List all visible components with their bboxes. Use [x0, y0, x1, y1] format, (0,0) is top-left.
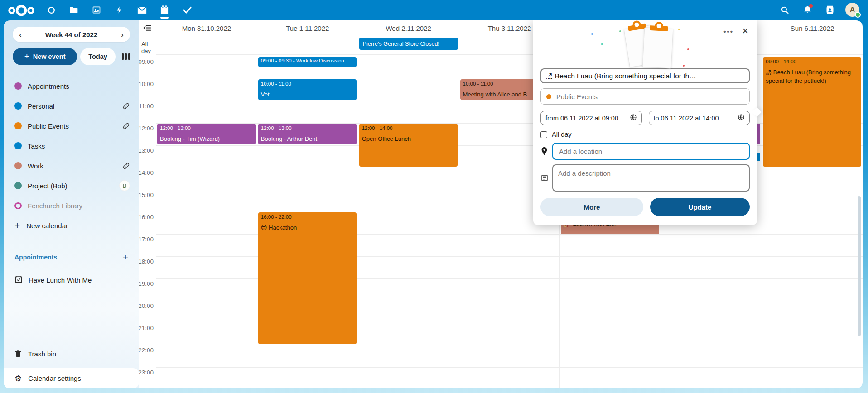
user-status-dot: [855, 12, 861, 18]
description-input[interactable]: Add a description: [552, 164, 750, 192]
end-datetime-value: to 06.11.2022 at 14:00: [654, 115, 738, 122]
appointment-item[interactable]: Have Lunch With Me: [4, 271, 139, 289]
event-title-value: 🏖 Beach Luau (Bring something special fo…: [546, 72, 696, 80]
more-actions-icon[interactable]: •••: [723, 28, 733, 35]
more-button[interactable]: More: [540, 198, 643, 216]
location-pin-icon: [540, 147, 548, 155]
end-datetime-input[interactable]: to 06.11.2022 at 14:00: [649, 111, 750, 125]
notification-badge: [809, 4, 813, 8]
tasks-icon[interactable]: [182, 5, 192, 15]
timezone-globe-icon[interactable]: [630, 114, 637, 122]
day-column[interactable]: 09:00 - 14:00🏖 Beach Luau (Bring somethi…: [762, 53, 863, 388]
scrollbar-thumb[interactable]: [858, 196, 861, 336]
allday-cell[interactable]: [156, 36, 257, 53]
event-time: 09:00 - 09:30 - Workflow Discussion: [261, 58, 354, 63]
time-label: 22:00: [139, 347, 154, 354]
time-label: 16:00: [139, 214, 154, 220]
contacts-icon[interactable]: [825, 5, 835, 15]
today-button[interactable]: Today: [80, 48, 116, 65]
appointments-heading: Appointments: [14, 254, 123, 261]
allday-label: All day: [141, 41, 156, 54]
share-link-icon[interactable]: [122, 122, 130, 130]
trash-bin-label: Trash bin: [28, 350, 56, 358]
start-datetime-value: from 06.11.2022 at 09:00: [545, 115, 630, 122]
update-button[interactable]: Update: [650, 198, 750, 216]
location-input[interactable]: Add a location: [552, 143, 750, 160]
add-appointment-config-button[interactable]: +: [123, 252, 128, 263]
event-time: 12:00 - 13:00: [160, 125, 253, 131]
sidebar-calendar-item[interactable]: Project (Bob)B: [4, 176, 139, 196]
calendar-event[interactable]: 09:00 - 14:00🏖 Beach Luau (Bring somethi…: [763, 57, 861, 167]
calendar-color-dot: [14, 102, 22, 110]
trash-bin-button[interactable]: Trash bin: [4, 345, 139, 363]
day-header[interactable]: Sun 6.11.2022: [762, 20, 863, 36]
event-time: 12:00 - 13:00: [261, 125, 354, 131]
share-link-icon[interactable]: [122, 162, 130, 170]
week-view-icon[interactable]: [122, 53, 130, 60]
sidebar-calendar-item[interactable]: Fenchurch Library: [4, 196, 139, 216]
day-column[interactable]: 09:00 - 09:30 - Workflow Discussion10:00…: [257, 53, 358, 388]
calendar-event[interactable]: 12:00 - 14:00Open Office Lunch: [359, 124, 458, 167]
time-label: 10:00: [139, 81, 154, 87]
time-label: 11:00: [139, 103, 154, 110]
calendar-settings-label: Calendar settings: [28, 374, 81, 382]
activity-icon[interactable]: [114, 5, 124, 15]
calendar-event[interactable]: 12:00 - 13:00Booking - Arthur Dent: [258, 124, 357, 144]
calendar-icon[interactable]: [159, 5, 169, 15]
calendar-event[interactable]: 16:00 - 22:00😎 Hackathon: [258, 212, 357, 344]
collapse-sidebar-icon[interactable]: [143, 24, 151, 33]
new-calendar-button[interactable]: + New calendar: [4, 216, 139, 235]
sidebar-calendar-item[interactable]: Work: [4, 156, 139, 176]
time-label: 17:00: [139, 236, 154, 243]
next-week-button[interactable]: ›: [121, 30, 124, 39]
allday-cell[interactable]: Pierre's General Store Closed!: [358, 36, 459, 53]
close-icon[interactable]: ✕: [742, 26, 749, 36]
allday-cell[interactable]: [762, 36, 863, 53]
nextcloud-logo[interactable]: [7, 4, 35, 19]
calendar-name: Appointments: [28, 82, 130, 90]
day-header[interactable]: Tue 1.11.2022: [257, 20, 358, 36]
calendar-app: A ‹ Week 44 of 2022 › + New event Today …: [0, 0, 868, 393]
time-label: 15:00: [139, 192, 154, 198]
event-title: Booking - Arthur Dent: [261, 134, 354, 143]
event-title: 😎 Hackathon: [261, 223, 354, 232]
day-header-label: Sun 6.11.2022: [791, 24, 834, 32]
sidebar-calendar-item[interactable]: Personal: [4, 96, 139, 116]
mail-icon[interactable]: [137, 5, 147, 15]
files-icon[interactable]: [69, 5, 79, 15]
sidebar-calendar-item[interactable]: Public Events: [4, 116, 139, 136]
calendar-color-ring: [14, 202, 22, 209]
photos-icon[interactable]: [92, 5, 101, 15]
calendar-event[interactable]: 12:00 - 13:00Booking - Tim (Wizard): [157, 124, 256, 144]
share-link-icon[interactable]: [122, 102, 130, 110]
new-event-button[interactable]: + New event: [13, 48, 77, 65]
calendar-settings-button[interactable]: ⚙ Calendar settings: [4, 368, 139, 388]
week-navigation: ‹ Week 44 of 2022 ›: [13, 27, 130, 42]
time-label: 14:00: [139, 169, 154, 176]
time-label: 12:00: [139, 125, 154, 132]
allday-checkbox[interactable]: [540, 131, 547, 138]
calendar-event[interactable]: 10:00 - 11:00Vet: [258, 79, 357, 100]
sidebar-calendar-item[interactable]: Tasks: [4, 136, 139, 156]
start-datetime-input[interactable]: from 06.11.2022 at 09:00: [540, 111, 642, 125]
current-week-label: Week 44 of 2022: [45, 31, 98, 38]
day-column[interactable]: 12:00 - 14:00Open Office Lunch: [358, 53, 459, 388]
date-range-row: from 06.11.2022 at 09:00 to 06.11.2022 a…: [540, 111, 750, 125]
day-column[interactable]: 12:00 - 13:00Booking - Tim (Wizard): [156, 53, 257, 388]
timezone-globe-icon[interactable]: [738, 114, 745, 122]
notifications-icon[interactable]: [802, 5, 812, 15]
calendar-name: Public Events: [28, 122, 122, 130]
allday-cell[interactable]: [257, 36, 358, 53]
search-icon[interactable]: [780, 5, 790, 15]
previous-week-button[interactable]: ‹: [19, 30, 22, 39]
calendar-color-dot: [14, 82, 22, 90]
allday-event[interactable]: Pierre's General Store Closed!: [359, 38, 458, 50]
event-title-input[interactable]: 🏖 Beach Luau (Bring something special fo…: [540, 68, 750, 83]
time-label: 20:00: [139, 302, 154, 309]
calendar-event[interactable]: 09:00 - 09:30 - Workflow Discussion: [258, 57, 357, 67]
day-header[interactable]: Mon 31.10.2022: [156, 20, 257, 36]
sidebar-calendar-item[interactable]: Appointments: [4, 76, 139, 96]
dashboard-icon[interactable]: [46, 5, 56, 15]
day-header[interactable]: Wed 2.11.2022: [358, 20, 459, 36]
calendar-picker[interactable]: Public Events: [540, 88, 750, 105]
